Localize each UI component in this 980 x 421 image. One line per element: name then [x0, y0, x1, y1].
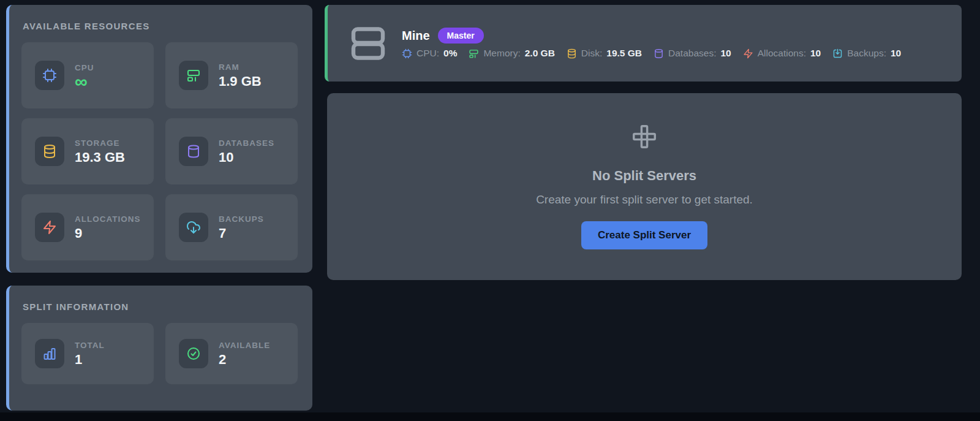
master-badge: Master [438, 28, 484, 44]
empty-state-title: No Split Servers [592, 168, 696, 184]
split-value: 2 [219, 352, 270, 367]
stat-memory: Memory: 2.0 GB [469, 48, 554, 59]
stat-value: 10 [810, 48, 821, 59]
stat-label: Disk: [581, 48, 602, 59]
split-label: TOTAL [75, 341, 105, 350]
available-resources-panel: AVAILABLE RESOURCES CPU ∞ RAM 1.9 GB STO… [6, 5, 312, 273]
resource-label: RAM [219, 63, 262, 72]
empty-state-subtitle: Create your first split server to get st… [536, 193, 753, 207]
cloud-download-icon [179, 213, 208, 242]
plus-icon [630, 123, 658, 153]
stat-label: Allocations: [758, 48, 806, 59]
stat-value: 2.0 GB [525, 48, 555, 59]
storage-icon [567, 48, 577, 59]
ram-icon [179, 61, 208, 90]
stat-allocations: Allocations: 10 [743, 48, 821, 59]
cpu-icon [402, 48, 412, 59]
master-server-card[interactable]: Mine Master CPU: 0% Memory: 2.0 GB Disk:… [325, 5, 962, 82]
bar-chart-icon [35, 339, 64, 368]
resource-label: CPU [75, 63, 94, 72]
resource-card-cpu: CPU ∞ [21, 42, 154, 108]
stat-label: Backups: [847, 48, 886, 59]
stat-disk: Disk: 19.5 GB [567, 48, 642, 59]
stat-label: Memory: [483, 48, 520, 59]
resource-card-allocations: ALLOCATIONS 9 [21, 194, 154, 260]
resource-value: 7 [219, 226, 264, 241]
no-split-servers-panel: No Split Servers Create your first split… [327, 93, 962, 280]
stat-label: Databases: [668, 48, 716, 59]
server-stats-row: CPU: 0% Memory: 2.0 GB Disk: 19.5 GB Dat… [402, 48, 901, 59]
stat-label: CPU: [417, 48, 439, 59]
resource-label: BACKUPS [219, 214, 264, 224]
resource-value: 9 [75, 226, 141, 241]
resource-card-ram: RAM 1.9 GB [165, 42, 298, 108]
server-name: Mine [402, 29, 430, 43]
stat-value: 10 [891, 48, 901, 59]
stat-value: 0% [443, 48, 457, 59]
split-card-grid: TOTAL 1 AVAILABLE 2 [9, 312, 312, 384]
resource-value: 19.3 GB [75, 150, 125, 165]
split-information-panel: SPLIT INFORMATION TOTAL 1 AVAILABLE 2 [6, 286, 312, 411]
lightning-icon [35, 213, 64, 242]
cpu-icon [35, 61, 64, 90]
stat-databases: Databases: 10 [654, 48, 731, 59]
create-split-server-button[interactable]: Create Split Server [581, 221, 707, 249]
resource-value: ∞ [75, 75, 94, 88]
resource-card-databases: DATABASES 10 [165, 118, 298, 184]
split-information-title: SPLIT INFORMATION [9, 286, 312, 312]
ram-icon [469, 48, 479, 59]
stat-backups: Backups: 10 [832, 48, 901, 59]
available-resources-title: AVAILABLE RESOURCES [9, 5, 312, 31]
bottom-edge-strip [0, 412, 980, 421]
lightning-icon [743, 48, 753, 59]
check-circle-icon [179, 339, 208, 368]
resource-label: STORAGE [75, 138, 125, 148]
resources-card-grid: CPU ∞ RAM 1.9 GB STORAGE 19.3 GB DATABAS… [9, 31, 312, 260]
stat-cpu: CPU: 0% [402, 48, 457, 59]
stat-value: 10 [720, 48, 731, 59]
server-icon [348, 24, 388, 63]
resource-card-backups: BACKUPS 7 [165, 194, 298, 260]
resource-value: 10 [219, 150, 274, 165]
resource-card-storage: STORAGE 19.3 GB [21, 118, 154, 184]
database-icon [179, 137, 208, 166]
box-download-icon [832, 48, 843, 59]
stat-value: 19.5 GB [606, 48, 642, 59]
split-label: AVAILABLE [219, 341, 270, 350]
split-card-total: TOTAL 1 [21, 323, 154, 384]
split-value: 1 [75, 352, 105, 367]
database-icon [654, 48, 664, 59]
resource-value: 1.9 GB [219, 74, 262, 89]
split-card-available: AVAILABLE 2 [165, 323, 298, 384]
storage-icon [35, 137, 64, 166]
resource-label: ALLOCATIONS [75, 214, 141, 224]
resource-label: DATABASES [219, 138, 274, 148]
